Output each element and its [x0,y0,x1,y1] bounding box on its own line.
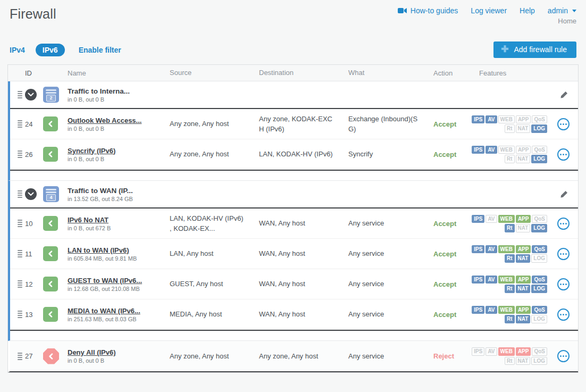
add-firewall-rule-button[interactable]: ✚ Add firewall rule [493,41,576,58]
rule-allow-icon [43,147,58,162]
rule-traffic: in 0 B, out 672 B [68,225,163,231]
rule-traffic: in 251.63 MB, out 8.03 GB [68,316,163,322]
rule-name-link[interactable]: IPv6 No NAT [68,216,163,224]
rule-what: Any service [348,309,433,320]
drag-handle-icon[interactable] [14,120,25,128]
column-header-what: What [348,68,433,78]
rule-destination: Any zone, KODAK-EXCH (IPv6) [259,114,348,135]
rule-destination: WAN, Any host [259,309,348,320]
tab-ipv4[interactable]: IPv4 [10,46,25,54]
edit-group-button[interactable] [560,90,568,99]
rule-id: 12 [25,280,43,288]
help-link[interactable]: Help [520,6,535,15]
more-actions-button[interactable] [557,148,570,161]
collapse-group-button[interactable] [25,89,37,101]
edit-group-button[interactable] [560,190,568,198]
feature-badge-log: LOG [531,357,547,365]
collapse-group-button[interactable] [25,188,37,200]
rule-destination: WAN, Any host [259,218,348,229]
tab-ipv6[interactable]: IPv6 [36,44,65,56]
group-header-row: 2 Traffic to Interna... in 0 B, out 0 B [10,81,578,109]
feature-badge-nat: NAT [516,124,531,133]
rule-allow-icon [43,116,58,131]
rule-features: IPS AV WEB APP QoS Rt NAT LOG [479,214,549,233]
feature-badge-ips: IPS [472,115,484,124]
feature-badge-av: AV [485,245,497,254]
rule-what: Any service [348,218,433,229]
howto-guides-link[interactable]: How-to guides [398,6,458,15]
firewall-rules-table: ID Name Source Destination What Action F… [7,64,579,373]
feature-badge-app: APP [516,146,531,154]
home-link[interactable]: Home [558,17,576,25]
feature-badge-av: AV [485,347,497,356]
drag-handle-icon[interactable] [14,151,25,158]
user-menu[interactable]: admin [548,6,576,15]
rule-traffic: in 0 B, out 0 B [68,156,163,162]
rule-name-link[interactable]: Syncrify (IPv6) [68,147,163,155]
rule-deny-icon [43,348,59,364]
rule-name-link[interactable]: Outlook Web Access... [68,116,163,124]
group-traffic: in 0 B, out 0 B [68,96,163,103]
group-separator [8,331,578,341]
rule-name-link[interactable]: GUEST to WAN (IPv6... [68,277,163,285]
more-actions-button[interactable] [557,308,570,321]
chevron-down-icon [28,192,34,196]
rule-group-icon: 4 [43,186,59,202]
page-header: Firewall How-to guides Log viewer Help a… [0,0,586,26]
feature-badge-av: AV [485,306,497,314]
column-header-action: Action [433,69,479,77]
page-title: Firewall [10,6,56,26]
feature-badge-rt: Rt [505,224,515,232]
feature-badge-web: WEB [498,276,515,284]
rule-features: IPS AV WEB APP QoS Rt NAT LOG [479,305,549,324]
feature-badge-qos: QoS [532,215,547,223]
rule-source: Any zone, Any host [170,351,259,362]
rule-name-link[interactable]: LAN to WAN (IPv6) [68,246,163,254]
more-actions-button[interactable] [557,248,570,260]
rule-allow-icon [43,277,58,291]
feature-badge-av: AV [485,115,497,124]
feature-badge-app: APP [516,347,531,356]
rule-id: 11 [25,250,43,258]
more-actions-button[interactable] [557,218,570,230]
drag-handle-icon[interactable] [14,280,25,288]
more-actions-button[interactable] [557,350,570,362]
feature-badge-nat: NAT [516,285,531,293]
howto-guides-label: How-to guides [411,6,458,15]
drag-handle-icon[interactable] [14,91,25,98]
feature-badge-nat: NAT [516,224,531,232]
drag-handle-icon[interactable] [14,250,25,257]
rule-what: Exchange (Inbound)(SG) [348,114,433,135]
feature-badge-log: LOG [531,285,547,293]
drag-handle-icon[interactable] [14,190,25,198]
rule-features: IPS AV WEB APP QoS Rt NAT LOG [479,145,549,164]
feature-badge-log: LOG [531,254,547,263]
drag-handle-icon[interactable] [14,353,25,360]
feature-badge-nat: NAT [516,315,531,323]
drag-handle-icon[interactable] [14,311,25,318]
feature-badge-qos: QoS [532,115,547,124]
rule-id: 27 [25,352,43,360]
more-actions-button[interactable] [557,118,570,130]
table-row: 27 Deny All (IPv6) in 0 B, out 0 B Any z… [10,341,578,371]
drag-handle-icon[interactable] [14,220,25,227]
group-header-row: 4 Traffic to WAN (IP... in 13.52 GB, out… [10,181,578,208]
column-header-destination: Destination [259,68,348,78]
log-viewer-link[interactable]: Log viewer [471,6,507,15]
column-header-features: Features [479,69,549,77]
rule-id: 13 [25,311,43,319]
enable-filter-link[interactable]: Enable filter [79,46,121,54]
feature-badge-log: LOG [531,124,547,133]
feature-badge-ips: IPS [472,215,484,223]
rule-traffic: in 0 B, out 0 B [68,126,163,132]
feature-badge-web: WEB [498,347,515,356]
rule-name-link[interactable]: MEDIA to WAN (IPv6... [68,307,163,315]
top-navigation: How-to guides Log viewer Help admin Home [398,6,576,26]
rule-name-link[interactable]: Deny All (IPv6) [68,348,163,356]
feature-badge-app: APP [516,115,531,124]
more-actions-button[interactable] [557,278,570,290]
feature-badge-log: LOG [531,155,547,163]
group-name: Traffic to WAN (IP... [68,187,163,195]
rule-what: Syncrify [348,149,433,160]
feature-badge-qos: QoS [532,245,547,254]
